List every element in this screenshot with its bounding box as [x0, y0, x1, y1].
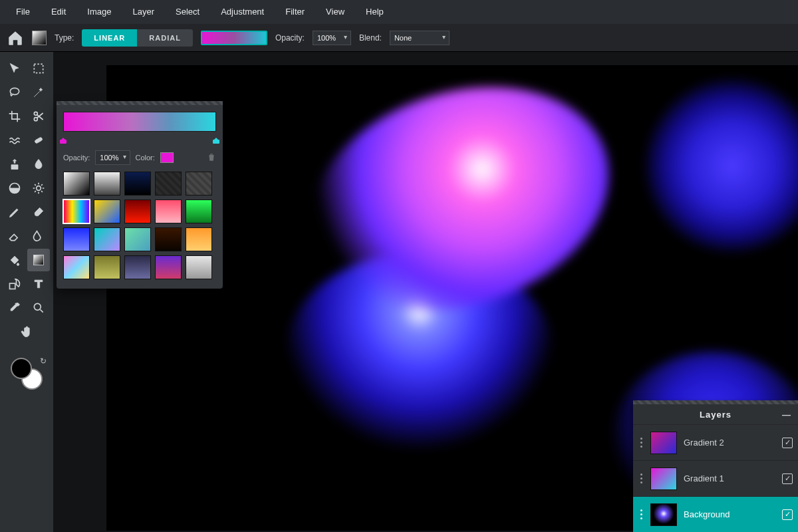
- layer-row[interactable]: Background✓: [633, 496, 798, 532]
- gradient-preset[interactable]: [155, 200, 182, 223]
- ge-opacity-select[interactable]: 100%: [95, 150, 130, 165]
- tool-eraser[interactable]: [3, 225, 26, 247]
- gradient-preset[interactable]: [155, 172, 182, 196]
- layers-title: Layers: [700, 410, 732, 420]
- foreground-color-swatch[interactable]: [11, 358, 32, 379]
- svg-rect-7: [10, 283, 15, 289]
- svg-point-5: [37, 186, 41, 191]
- layers-header: Layers —: [633, 404, 798, 424]
- gradient-preset[interactable]: [124, 172, 151, 196]
- tool-crop[interactable]: [3, 105, 26, 128]
- tool-dodge[interactable]: [3, 177, 26, 200]
- gradient-stop[interactable]: [60, 134, 66, 142]
- tool-hand[interactable]: [15, 321, 38, 343]
- option-bar: Type: LINEAR RADIAL Opacity: 100% Blend:…: [0, 24, 798, 52]
- drag-handle-icon[interactable]: [638, 473, 644, 483]
- gradient-preset[interactable]: [63, 172, 90, 196]
- layer-row[interactable]: Gradient 2✓: [633, 424, 798, 460]
- tool-ink[interactable]: [27, 225, 50, 247]
- blend-select[interactable]: None: [390, 31, 450, 45]
- layer-name: Gradient 2: [684, 438, 775, 448]
- menu-help[interactable]: Help: [355, 0, 394, 24]
- tool-scissors[interactable]: [27, 105, 50, 128]
- layer-thumbnail[interactable]: [650, 503, 677, 526]
- menu-adjustment[interactable]: Adjustment: [210, 0, 275, 24]
- layer-name: Gradient 1: [684, 473, 775, 483]
- tool-brush[interactable]: [27, 201, 50, 223]
- menu-edit[interactable]: Edit: [41, 0, 76, 24]
- tool-blur[interactable]: [27, 153, 50, 176]
- gradient-type-segmented: LINEAR RADIAL: [82, 29, 193, 47]
- gradient-preset[interactable]: [155, 255, 182, 279]
- visibility-toggle[interactable]: ✓: [782, 509, 793, 520]
- menu-image[interactable]: Image: [76, 0, 122, 24]
- gradient-type-radial[interactable]: RADIAL: [137, 29, 193, 47]
- tool-wand[interactable]: [27, 81, 50, 104]
- tool-clone[interactable]: [3, 153, 26, 176]
- menu-select[interactable]: Select: [165, 0, 210, 24]
- visibility-toggle[interactable]: ✓: [782, 473, 793, 484]
- color-stack[interactable]: ↻: [11, 358, 43, 390]
- gradient-preset[interactable]: [63, 227, 90, 251]
- gradient-preset[interactable]: [124, 227, 151, 251]
- gradient-preset[interactable]: [63, 200, 90, 223]
- layer-row[interactable]: Gradient 1✓: [633, 460, 798, 496]
- gradient-preset[interactable]: [124, 200, 151, 223]
- svg-rect-3: [35, 137, 43, 144]
- gradient-preset[interactable]: [186, 172, 212, 196]
- tool-marquee[interactable]: [27, 57, 50, 80]
- gradient-preset[interactable]: [94, 172, 120, 196]
- home-icon[interactable]: [7, 29, 24, 47]
- tool-fill[interactable]: [3, 249, 26, 271]
- gradient-preset[interactable]: [186, 227, 212, 251]
- trash-icon[interactable]: [207, 152, 216, 163]
- opacity-select[interactable]: 100%: [313, 31, 351, 45]
- tool-shape[interactable]: [3, 273, 26, 295]
- svg-point-8: [34, 303, 41, 310]
- gradient-preset[interactable]: [94, 227, 120, 251]
- menu-layer[interactable]: Layer: [122, 0, 166, 24]
- type-label: Type:: [55, 33, 74, 43]
- gradient-stop[interactable]: [213, 134, 219, 142]
- minimize-icon[interactable]: —: [782, 410, 791, 420]
- gradient-preset[interactable]: [63, 255, 90, 279]
- tool-bar: ↻: [0, 52, 53, 532]
- gradient-preset[interactable]: [155, 227, 182, 251]
- swap-colors-icon[interactable]: ↻: [40, 356, 47, 366]
- layers-panel: Layers — Gradient 2✓Gradient 1✓Backgroun…: [633, 404, 798, 532]
- gradient-strip[interactable]: [63, 112, 216, 132]
- drag-handle-icon[interactable]: [638, 509, 644, 519]
- tool-zoom[interactable]: [27, 297, 50, 319]
- gradient-preset[interactable]: [186, 255, 212, 279]
- tool-heal[interactable]: [27, 129, 50, 152]
- ge-color-swatch[interactable]: [160, 152, 174, 163]
- gradient-editor-panel: Opacity: 100% Color:: [57, 105, 223, 289]
- gradient-preset[interactable]: [94, 255, 120, 279]
- gradient-preset[interactable]: [186, 200, 212, 223]
- tool-eyedrop[interactable]: [3, 297, 26, 319]
- blend-label: Blend:: [359, 33, 382, 43]
- tool-gradient[interactable]: [27, 249, 50, 271]
- ge-color-label: Color:: [136, 154, 155, 162]
- drag-handle-icon[interactable]: [638, 438, 644, 448]
- menu-view[interactable]: View: [315, 0, 355, 24]
- gradient-preview[interactable]: [201, 31, 267, 45]
- gradient-stops-track[interactable]: [63, 134, 216, 144]
- gradient-preset[interactable]: [94, 200, 120, 223]
- tool-lasso[interactable]: [3, 81, 26, 104]
- gradient-type-linear[interactable]: LINEAR: [82, 29, 137, 47]
- layer-thumbnail[interactable]: [650, 467, 677, 490]
- menu-filter[interactable]: Filter: [275, 0, 315, 24]
- visibility-toggle[interactable]: ✓: [782, 438, 793, 448]
- gradient-preset[interactable]: [124, 255, 151, 279]
- layer-name: Background: [684, 509, 775, 519]
- tool-text[interactable]: [27, 273, 50, 295]
- tool-sharpen-gear[interactable]: [27, 177, 50, 200]
- layer-thumbnail[interactable]: [650, 432, 677, 454]
- tool-pencil[interactable]: [3, 201, 26, 223]
- tool-pointer[interactable]: [3, 57, 26, 80]
- menu-file[interactable]: File: [5, 0, 41, 24]
- tool-liquify[interactable]: [3, 129, 26, 152]
- opacity-label: Opacity:: [275, 33, 305, 43]
- gradient-tool-swatch-icon[interactable]: [32, 31, 47, 45]
